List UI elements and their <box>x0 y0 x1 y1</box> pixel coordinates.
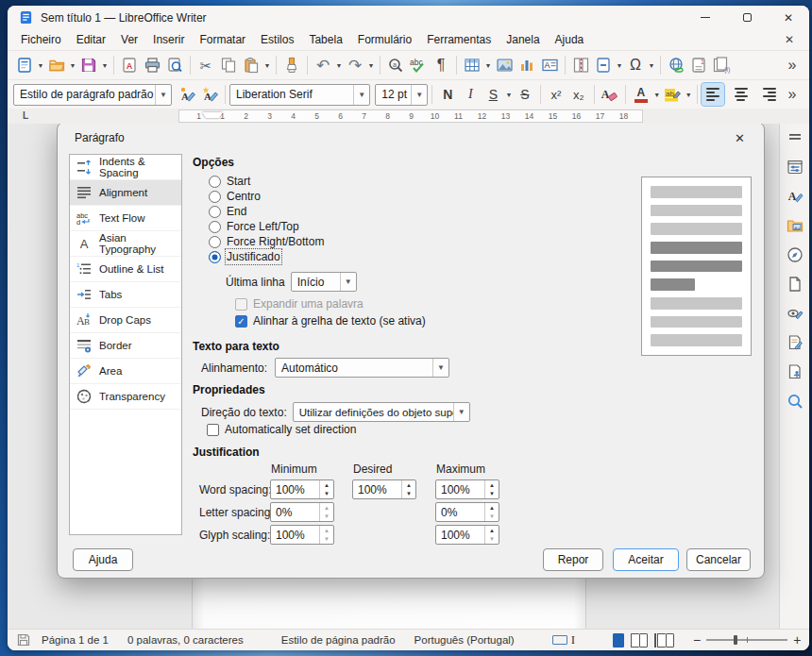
single-page-view-icon[interactable] <box>613 633 624 648</box>
page-indicator[interactable]: Página 1 de 1 <box>32 634 118 646</box>
open-button[interactable] <box>45 54 68 76</box>
zoom-slider[interactable] <box>706 639 787 641</box>
word-count[interactable]: 0 palavras, 0 caracteres <box>118 634 253 646</box>
radio-icon[interactable] <box>209 221 221 233</box>
chevron-down-icon[interactable]: ▼ <box>353 85 369 105</box>
align-right-button[interactable] <box>758 83 781 106</box>
spinner-arrows[interactable]: ▲▼ <box>484 526 499 544</box>
menu-ferramentas[interactable]: Ferramentas <box>419 30 499 49</box>
snap-grid-row[interactable]: ✓ Alinhar à grelha de texto (se ativa) <box>235 314 426 328</box>
tab-alignment[interactable]: Alignment <box>70 180 181 206</box>
expand-word-row[interactable]: Expandir uma palavra <box>235 297 364 311</box>
word-spacing-desired[interactable]: 100% ▲▼ <box>352 479 416 499</box>
spinner-arrows[interactable]: ▲▼ <box>484 503 499 521</box>
radio-icon[interactable] <box>209 191 221 203</box>
save-button[interactable] <box>77 54 100 76</box>
copy-button[interactable] <box>217 54 240 76</box>
maximize-button[interactable] <box>726 6 768 29</box>
ok-button[interactable]: Aceitar <box>613 548 679 571</box>
menu-formulario[interactable]: Formulário <box>350 30 419 49</box>
clear-formatting-button[interactable]: A <box>599 83 621 106</box>
radio-icon[interactable] <box>209 236 221 248</box>
redo-dropdown[interactable]: ▼ <box>366 54 376 76</box>
radio-force-left-top[interactable]: Force Left/Top <box>209 220 299 233</box>
spinner-arrows[interactable]: ▲▼ <box>319 503 333 521</box>
page-style[interactable]: Estilo de página padrão <box>272 634 405 646</box>
menu-inserir[interactable]: Inserir <box>145 30 192 49</box>
insert-image-button[interactable] <box>493 54 516 76</box>
align-left-button[interactable] <box>702 83 724 106</box>
undo-dropdown[interactable]: ▼ <box>334 54 344 76</box>
sidebar-manage-changes-icon[interactable] <box>785 332 805 353</box>
auto-direction-row[interactable]: Automatically set direction <box>207 423 356 436</box>
tab-tabs[interactable]: Tabs <box>70 282 181 308</box>
font-color-button[interactable]: A <box>630 83 652 106</box>
radio-justificado[interactable]: Justificado <box>209 250 280 263</box>
tab-stop-selector[interactable]: L <box>19 110 32 122</box>
insert-cross-reference-button[interactable]: (i) <box>710 54 733 76</box>
print-preview-button[interactable] <box>163 54 186 76</box>
spelling-button[interactable]: abc <box>407 54 430 76</box>
special-character-dropdown[interactable]: ▼ <box>647 54 656 76</box>
paste-button[interactable] <box>240 54 262 76</box>
letter-spacing-max[interactable]: 0% ▲▼ <box>435 502 499 522</box>
insert-textbox-button[interactable]: A <box>538 54 561 76</box>
spinner-arrows[interactable]: ▲▼ <box>484 480 499 498</box>
menu-ver[interactable]: Ver <box>113 30 145 49</box>
close-button[interactable]: ✕ <box>768 6 809 29</box>
underline-button[interactable]: S <box>482 83 504 106</box>
horizontal-ruler[interactable]: 1123456789101112131415161718 <box>178 109 643 123</box>
menu-janela[interactable]: Janela <box>499 30 547 49</box>
insert-table-dropdown[interactable]: ▼ <box>483 54 493 76</box>
bold-button[interactable]: N <box>436 83 459 106</box>
letter-spacing-min[interactable]: 0% ▲▼ <box>270 502 334 522</box>
glyph-scaling-max[interactable]: 100% ▲▼ <box>435 525 499 545</box>
radio-end[interactable]: End <box>209 205 246 218</box>
insert-hyperlink-button[interactable] <box>665 54 687 76</box>
indent-marker[interactable] <box>202 112 223 118</box>
sidebar-page-icon[interactable] <box>785 274 805 294</box>
print-button[interactable] <box>141 54 163 76</box>
tab-transparency[interactable]: Transparency <box>70 384 181 410</box>
save-status-icon[interactable] <box>15 631 32 648</box>
font-color-dropdown[interactable]: ▼ <box>652 83 662 106</box>
reset-button[interactable]: Repor <box>543 548 603 571</box>
paste-dropdown[interactable]: ▼ <box>262 54 272 76</box>
text-direction-combo[interactable]: Utilizar definições do objeto superior ▼ <box>293 402 470 422</box>
menu-ficheiro[interactable]: Ficheiro <box>13 30 69 49</box>
insert-page-break-button[interactable] <box>569 54 592 76</box>
clone-formatting-button[interactable] <box>280 54 303 76</box>
radio-centro[interactable]: Centro <box>209 190 261 203</box>
font-size-combo[interactable]: 12 pt ▼ <box>375 84 428 106</box>
update-style-button[interactable]: A <box>176 83 198 106</box>
highlight-color-dropdown[interactable]: ▼ <box>684 83 693 106</box>
minimize-button[interactable] <box>685 6 726 29</box>
radio-icon[interactable] <box>209 176 221 188</box>
zoom-in-icon[interactable]: + <box>793 632 801 648</box>
new-style-button[interactable]: A <box>198 83 221 106</box>
sidebar-navigator-icon[interactable] <box>785 244 805 265</box>
tab-asian-typography[interactable]: A Asian Typography <box>70 231 181 257</box>
spinner-arrows[interactable]: ▲▼ <box>319 480 333 498</box>
checkbox-icon-checked[interactable]: ✓ <box>235 315 247 328</box>
chevron-down-icon[interactable]: ▼ <box>453 403 469 421</box>
word-spacing-min[interactable]: 100% ▲▼ <box>270 479 334 499</box>
menu-editar[interactable]: Editar <box>69 30 113 49</box>
help-button[interactable]: Ajuda <box>73 548 133 571</box>
formatting-overflow-icon[interactable]: » <box>781 83 804 106</box>
tab-area[interactable]: Area <box>70 359 181 384</box>
sidebar-properties-icon[interactable] <box>785 157 805 177</box>
insert-table-button[interactable] <box>461 54 483 76</box>
subscript-button[interactable]: x₂ <box>567 83 590 106</box>
text-language[interactable]: Português (Portugal) <box>405 634 524 646</box>
sidebar-settings-icon[interactable] <box>785 127 805 148</box>
selection-mode-icon[interactable]: I <box>543 632 584 648</box>
tab-text-flow[interactable]: abcd Text Flow <box>70 206 181 231</box>
menu-ajuda[interactable]: Ajuda <box>548 30 592 49</box>
tab-border[interactable]: Border <box>70 333 181 359</box>
cancel-button[interactable]: Cancelar <box>686 548 751 571</box>
radio-force-right-bottom[interactable]: Force Right/Bottom <box>209 235 324 248</box>
sidebar-gallery-icon[interactable] <box>785 215 805 236</box>
word-spacing-max[interactable]: 100% ▲▼ <box>435 479 499 499</box>
align-center-button[interactable] <box>730 83 753 106</box>
